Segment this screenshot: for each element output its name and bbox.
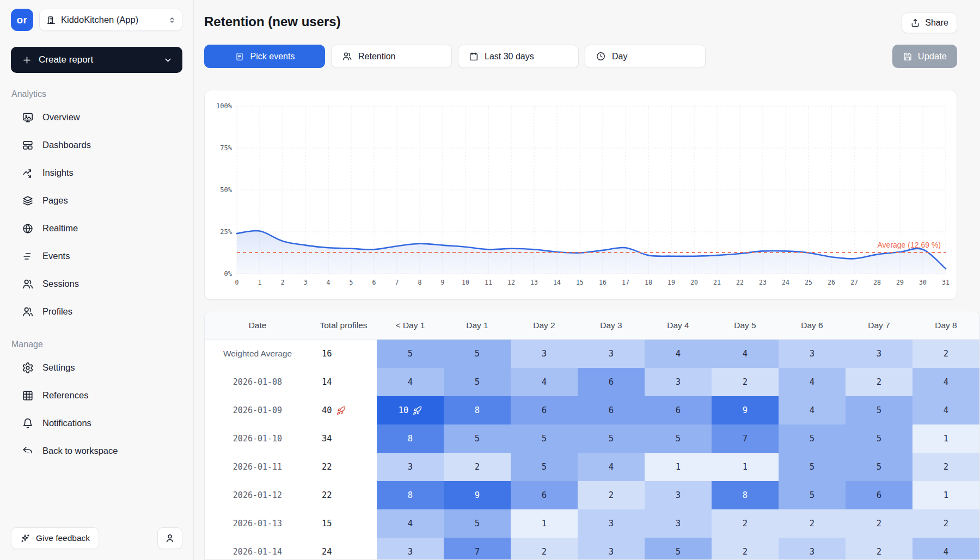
table-header-cell[interactable]: < Day 1 [377,311,444,340]
sidebar-item-dashboards[interactable]: Dashboards [11,131,182,159]
retention-heat-cell[interactable]: 5 [377,340,444,368]
retention-heat-cell[interactable]: 5 [779,453,846,481]
retention-heat-cell[interactable]: 4 [712,340,779,368]
granularity-button[interactable]: Day [585,45,706,68]
date-range-button[interactable]: Last 30 days [458,45,579,68]
retention-heat-cell[interactable]: 6 [846,481,912,509]
table-header-cell[interactable]: Total profiles [310,311,377,340]
table-header-cell[interactable]: Day 2 [511,311,578,340]
table-header-cell[interactable]: Day 8 [912,311,979,340]
table-header-cell[interactable]: Day 3 [578,311,645,340]
sidebar-item-notifications[interactable]: Notifications [11,409,182,437]
retention-heat-cell[interactable]: 5 [444,368,511,396]
retention-heat-cell[interactable]: 3 [779,538,846,560]
retention-heat-cell[interactable]: 10 [377,396,444,424]
sidebar-item-references[interactable]: References [11,381,182,409]
retention-heat-cell[interactable]: 5 [444,340,511,368]
sidebar-item-back-to-workspace[interactable]: Back to workspace [11,437,182,465]
retention-heat-cell[interactable]: 8 [444,396,511,424]
retention-heat-cell[interactable]: 4 [511,368,578,396]
retention-heat-cell[interactable]: 2 [912,509,979,538]
table-header-cell[interactable]: Day 7 [846,311,912,340]
retention-heat-cell[interactable]: 1 [511,509,578,538]
retention-heat-cell[interactable]: 5 [444,424,511,453]
retention-heat-cell[interactable]: 9 [444,481,511,509]
retention-heat-cell[interactable]: 3 [846,340,912,368]
retention-heat-cell[interactable]: 2 [712,538,779,560]
retention-heat-cell[interactable]: 6 [645,396,712,424]
retention-heat-cell[interactable]: 3 [578,340,645,368]
user-account-button[interactable] [157,527,182,549]
sidebar-item-profiles[interactable]: Profiles [11,298,182,325]
retention-heat-cell[interactable]: 5 [444,509,511,538]
retention-heat-cell[interactable]: 6 [578,396,645,424]
retention-heat-cell[interactable]: 4 [377,509,444,538]
retention-heat-cell[interactable]: 5 [779,481,846,509]
retention-heat-cell[interactable]: 6 [578,368,645,396]
retention-heat-cell[interactable]: 3 [511,340,578,368]
retention-heat-cell[interactable]: 7 [444,538,511,560]
retention-heat-cell[interactable]: 3 [645,509,712,538]
sidebar-item-overview[interactable]: Overview [11,103,182,131]
retention-heat-cell[interactable]: 5 [511,424,578,453]
pick-events-button[interactable]: Pick events [204,45,325,68]
retention-heat-cell[interactable]: 5 [578,424,645,453]
retention-heat-cell[interactable]: 2 [444,453,511,481]
retention-heat-cell[interactable]: 3 [578,509,645,538]
retention-heat-cell[interactable]: 3 [377,538,444,560]
retention-heat-cell[interactable]: 2 [511,538,578,560]
retention-heat-cell[interactable]: 5 [779,424,846,453]
retention-chart[interactable]: 0%25%50%75%100%0123456789101112131415161… [204,90,957,300]
retention-heat-cell[interactable]: 2 [846,368,912,396]
retention-heat-cell[interactable]: 4 [912,396,979,424]
retention-heat-cell[interactable]: 6 [511,481,578,509]
create-report-button[interactable]: Create report [11,47,182,73]
retention-heat-cell[interactable]: 5 [645,424,712,453]
retention-heat-cell[interactable]: 2 [779,509,846,538]
retention-heat-cell[interactable]: 4 [377,368,444,396]
retention-heat-cell[interactable]: 2 [846,509,912,538]
retention-heat-cell[interactable]: 4 [912,538,979,560]
table-header-cell[interactable]: Date [205,311,310,340]
retention-heat-cell[interactable]: 4 [578,453,645,481]
retention-heat-cell[interactable]: 8 [377,424,444,453]
retention-heat-cell[interactable]: 4 [779,368,846,396]
sidebar-item-pages[interactable]: Pages [11,187,182,214]
app-logo[interactable]: or [11,9,33,31]
give-feedback-button[interactable]: Give feedback [11,527,99,549]
retention-heat-cell[interactable]: 5 [645,538,712,560]
retention-heat-cell[interactable]: 1 [645,453,712,481]
retention-heat-cell[interactable]: 8 [377,481,444,509]
retention-heat-cell[interactable]: 1 [912,481,979,509]
retention-filter-button[interactable]: Retention [331,45,452,68]
retention-heat-cell[interactable]: 5 [846,453,912,481]
sidebar-item-settings[interactable]: Settings [11,354,182,381]
sidebar-item-realtime[interactable]: Realtime [11,214,182,242]
table-header-cell[interactable]: Day 6 [779,311,846,340]
retention-heat-cell[interactable]: 9 [712,396,779,424]
retention-heat-cell[interactable]: 8 [712,481,779,509]
retention-heat-cell[interactable]: 2 [912,340,979,368]
retention-heat-cell[interactable]: 7 [712,424,779,453]
share-button[interactable]: Share [902,13,957,33]
retention-heat-cell[interactable]: 1 [712,453,779,481]
table-header-cell[interactable]: Day 5 [712,311,779,340]
retention-heat-cell[interactable]: 1 [912,424,979,453]
retention-heat-cell[interactable]: 5 [846,424,912,453]
retention-heat-cell[interactable]: 2 [712,509,779,538]
retention-heat-cell[interactable]: 3 [645,481,712,509]
retention-heat-cell[interactable]: 6 [511,396,578,424]
retention-heat-cell[interactable]: 3 [377,453,444,481]
retention-heat-cell[interactable]: 3 [645,368,712,396]
retention-heat-cell[interactable]: 5 [511,453,578,481]
retention-heat-cell[interactable]: 4 [779,396,846,424]
sidebar-item-sessions[interactable]: Sessions [11,270,182,298]
sidebar-item-events[interactable]: Events [11,242,182,270]
retention-heat-cell[interactable]: 2 [712,368,779,396]
retention-heat-cell[interactable]: 4 [912,368,979,396]
retention-heat-cell[interactable]: 2 [912,453,979,481]
table-header-cell[interactable]: Day 4 [645,311,712,340]
table-header-cell[interactable]: Day 1 [444,311,511,340]
update-button[interactable]: Update [892,45,957,68]
retention-heat-cell[interactable]: 3 [578,538,645,560]
